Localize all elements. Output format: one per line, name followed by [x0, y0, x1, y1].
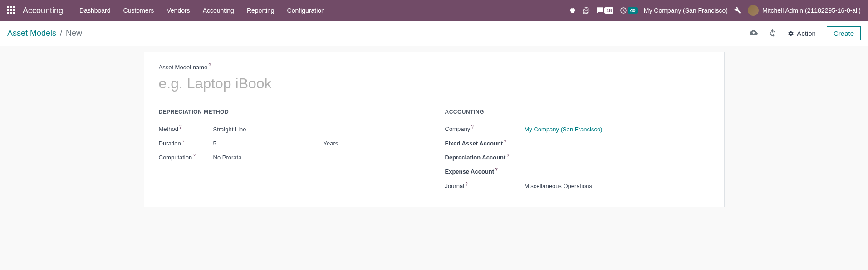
- user-name: Mitchell Admin (21182295-16-0-all): [762, 7, 861, 14]
- apps-icon[interactable]: [7, 6, 15, 14]
- fixed-asset-label: Fixed Asset Account?: [445, 139, 525, 147]
- help-icon[interactable]: ?: [465, 182, 468, 187]
- nav-item-accounting[interactable]: Accounting: [197, 3, 240, 18]
- help-icon[interactable]: ?: [193, 153, 196, 158]
- duration-value[interactable]: 5 Years: [213, 140, 423, 147]
- messages-icon[interactable]: 18: [596, 7, 613, 14]
- messages-badge: 18: [604, 7, 613, 14]
- method-field: Method? Straight Line: [159, 125, 423, 132]
- form-sheet: Asset Model name? DEPRECIATION METHOD Me…: [144, 52, 725, 207]
- asset-model-name-input[interactable]: [159, 73, 549, 94]
- main-content: Asset Model name? DEPRECIATION METHOD Me…: [0, 46, 868, 212]
- method-label: Method?: [159, 125, 213, 132]
- app-title[interactable]: Accounting: [23, 6, 63, 15]
- svg-point-2: [587, 10, 588, 11]
- avatar: [748, 5, 759, 16]
- discard-icon[interactable]: [769, 29, 777, 38]
- depreciation-group-title: DEPRECIATION METHOD: [159, 109, 423, 118]
- title-section: Asset Model name?: [159, 63, 549, 94]
- create-button[interactable]: Create: [827, 26, 861, 40]
- help-icon[interactable]: ?: [208, 63, 211, 68]
- cloud-upload-icon[interactable]: [750, 29, 758, 38]
- company-value[interactable]: My Company (San Francisco): [525, 126, 710, 133]
- nav-item-dashboard[interactable]: Dashboard: [74, 3, 116, 18]
- depreciation-column: DEPRECIATION METHOD Method? Straight Lin…: [159, 109, 423, 196]
- fixed-asset-field: Fixed Asset Account?: [445, 139, 710, 147]
- computation-value[interactable]: No Prorata: [213, 154, 423, 161]
- journal-label: Journal?: [445, 182, 525, 189]
- computation-label: Computation?: [159, 153, 213, 161]
- help-icon[interactable]: ?: [495, 167, 498, 172]
- form-columns: DEPRECIATION METHOD Method? Straight Lin…: [159, 109, 710, 196]
- duration-label: Duration?: [159, 139, 213, 147]
- duration-field: Duration? 5 Years: [159, 139, 423, 147]
- activities-badge: 40: [628, 7, 637, 14]
- main-navbar: Accounting Dashboard Customers Vendors A…: [0, 0, 868, 21]
- title-label: Asset Model name?: [159, 63, 549, 71]
- control-panel-right: Action Create: [750, 26, 861, 40]
- breadcrumb: Asset Models / New: [7, 29, 82, 38]
- company-label: Company?: [445, 125, 525, 132]
- nav-right: 18 40 My Company (San Francisco) Mitchel…: [569, 5, 861, 16]
- company-selector[interactable]: My Company (San Francisco): [644, 7, 728, 14]
- method-value[interactable]: Straight Line: [213, 126, 423, 133]
- nav-item-vendors[interactable]: Vendors: [161, 3, 195, 18]
- nav-left: Accounting Dashboard Customers Vendors A…: [7, 3, 330, 18]
- gear-icon: [788, 30, 794, 37]
- nav-item-reporting[interactable]: Reporting: [241, 3, 280, 18]
- nav-item-customers[interactable]: Customers: [118, 3, 160, 18]
- company-field: Company? My Company (San Francisco): [445, 125, 710, 132]
- svg-point-0: [585, 10, 586, 11]
- breadcrumb-current: New: [66, 29, 82, 38]
- help-icon[interactable]: ?: [504, 139, 506, 144]
- journal-value[interactable]: Miscellaneous Operations: [525, 183, 710, 189]
- breadcrumb-parent[interactable]: Asset Models: [7, 29, 56, 38]
- phone-icon[interactable]: [583, 7, 590, 14]
- user-menu[interactable]: Mitchell Admin (21182295-16-0-all): [748, 5, 861, 16]
- tools-icon[interactable]: [734, 7, 741, 14]
- expense-account-label: Expense Account?: [445, 167, 525, 175]
- help-icon[interactable]: ?: [179, 125, 182, 130]
- nav-menu: Dashboard Customers Vendors Accounting R…: [74, 3, 330, 18]
- nav-item-configuration[interactable]: Configuration: [282, 3, 330, 18]
- svg-point-1: [586, 10, 587, 11]
- bug-icon[interactable]: [569, 7, 576, 14]
- help-icon[interactable]: ?: [471, 125, 474, 130]
- breadcrumb-separator: /: [60, 29, 62, 38]
- accounting-column: ACCOUNTING Company? My Company (San Fran…: [445, 109, 710, 196]
- action-label: Action: [797, 29, 816, 37]
- depreciation-account-label: Depreciation Account?: [445, 153, 525, 161]
- help-icon[interactable]: ?: [182, 139, 185, 144]
- help-icon[interactable]: ?: [506, 153, 509, 158]
- journal-field: Journal? Miscellaneous Operations: [445, 182, 710, 189]
- accounting-group-title: ACCOUNTING: [445, 109, 710, 118]
- activities-icon[interactable]: 40: [620, 7, 637, 14]
- computation-field: Computation? No Prorata: [159, 153, 423, 161]
- action-button[interactable]: Action: [788, 29, 816, 37]
- depreciation-account-field: Depreciation Account?: [445, 153, 710, 161]
- expense-account-field: Expense Account?: [445, 167, 710, 175]
- control-panel: Asset Models / New Action Create: [0, 21, 868, 46]
